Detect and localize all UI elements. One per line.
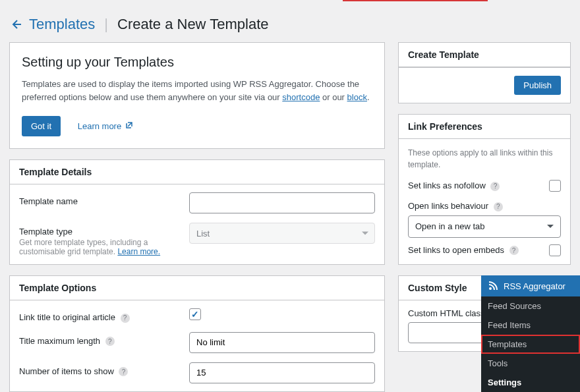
open-links-behaviour-select[interactable]: Open in a new tab [408, 215, 561, 238]
page-header: Templates | Create a New Template [0, 0, 580, 42]
admin-submenu: RSS Aggregator Feed Sources Feed Items T… [481, 275, 580, 392]
nofollow-checkbox[interactable] [549, 180, 561, 192]
link-preferences-header: Link Preferences [399, 115, 570, 139]
back-arrow-icon[interactable] [9, 18, 22, 31]
admin-menu-feed-items[interactable]: Feed Items [481, 316, 580, 335]
create-template-panel: Create Template Publish [398, 42, 571, 103]
title-max-label: Title maximum length ? [19, 332, 189, 347]
create-template-header: Create Template [399, 43, 570, 67]
help-icon[interactable]: ? [121, 314, 130, 323]
nofollow-label: Set links as nofollow ? [408, 181, 500, 191]
template-type-select[interactable] [189, 223, 375, 244]
help-icon[interactable]: ? [105, 337, 115, 346]
help-icon[interactable]: ? [490, 182, 500, 191]
admin-menu-tools[interactable]: Tools [481, 354, 580, 373]
admin-menu-settings[interactable]: Settings [481, 373, 580, 392]
learn-more-link[interactable]: Learn more [78, 121, 133, 131]
shortcode-link[interactable]: shortcode [282, 92, 320, 102]
got-it-button[interactable]: Got it [22, 116, 61, 136]
intro-panel: Setting up your Templates Templates are … [9, 42, 385, 149]
link-title-checkbox[interactable] [189, 308, 201, 320]
admin-menu-feed-sources[interactable]: Feed Sources [481, 296, 580, 316]
link-preferences-intro: These options apply to all links within … [408, 147, 561, 171]
template-options-panel: Template Options Link title to original … [9, 275, 385, 392]
help-icon[interactable]: ? [119, 367, 128, 376]
breadcrumb-separator: | [104, 16, 108, 33]
template-name-input[interactable] [189, 192, 375, 213]
admin-menu-templates[interactable]: Templates [481, 335, 580, 354]
template-details-panel: Template Details Template name Template … [9, 159, 385, 265]
open-links-behaviour-label: Open links behaviour ? [408, 201, 561, 211]
template-details-header: Template Details [10, 160, 384, 184]
link-title-label: Link title to original article ? [19, 308, 189, 323]
help-icon[interactable]: ? [494, 202, 503, 211]
num-items-label: Number of items to show ? [19, 362, 189, 377]
template-type-label: Template type Get more template types, i… [19, 223, 189, 256]
intro-heading: Setting up your Templates [22, 55, 372, 70]
breadcrumb-templates[interactable]: Templates [29, 16, 95, 33]
help-icon[interactable]: ? [509, 246, 519, 255]
title-max-input[interactable] [189, 332, 375, 353]
open-embeds-checkbox[interactable] [549, 244, 561, 256]
page-title: Create a New Template [117, 16, 269, 33]
admin-submenu-header[interactable]: RSS Aggregator [481, 275, 580, 296]
open-embeds-label: Set links to open embeds ? [408, 245, 519, 256]
link-preferences-panel: Link Preferences These options apply to … [398, 114, 571, 265]
template-name-label: Template name [19, 192, 189, 206]
num-items-input[interactable] [189, 362, 375, 383]
rss-icon [488, 281, 498, 291]
block-link[interactable]: block [347, 92, 367, 102]
template-options-header: Template Options [10, 276, 384, 300]
publish-button[interactable]: Publish [514, 76, 561, 95]
external-link-icon [125, 121, 133, 131]
chevron-down-icon [547, 225, 554, 228]
template-type-learn-more-link[interactable]: Learn more. [117, 247, 160, 256]
intro-body: Templates are used to display the items … [22, 78, 372, 104]
svg-point-0 [489, 287, 492, 290]
